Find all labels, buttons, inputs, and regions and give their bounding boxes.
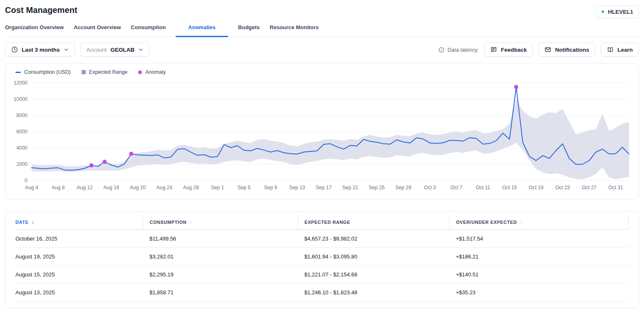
info-icon <box>438 47 445 53</box>
legend-label-anomaly: Anomaly <box>145 69 166 75</box>
anomaly-point[interactable] <box>90 163 94 168</box>
cell-over-under: +$140.51 <box>449 266 629 283</box>
x-axis-tick: Oct 27 <box>582 185 597 191</box>
y-axis-tick: 4000 <box>16 145 27 151</box>
line-marker-icon <box>15 72 21 73</box>
column-label: DATE <box>15 220 28 225</box>
x-axis-tick: Sep 13 <box>289 185 305 191</box>
cell-date: August 19, 2025 <box>15 248 143 266</box>
account-context-badge[interactable]: HLEVEL1 <box>596 5 639 18</box>
x-axis-tick: Sep 9 <box>264 185 277 191</box>
x-axis-tick: Sep 29 <box>395 185 411 191</box>
tab-budgets[interactable]: Budgets <box>238 22 260 37</box>
tab-bar: Organization Overview Account Overview C… <box>5 22 639 37</box>
chevron-down-icon <box>64 47 69 52</box>
x-axis-tick: Oct 31 <box>608 185 623 191</box>
time-range-value: Last 3 months <box>22 47 60 53</box>
learn-button[interactable]: Learn <box>601 43 639 57</box>
band-marker-icon <box>82 70 86 74</box>
cell-consumption: $3,282.01 <box>143 248 298 266</box>
x-axis-tick: Oct 19 <box>529 185 544 191</box>
tab-resource-monitors[interactable]: Resource Monitors <box>270 22 319 37</box>
legend-label-consumption: Consumption (USD) <box>24 69 71 75</box>
tab-account-overview[interactable]: Account Overview <box>74 22 121 37</box>
tab-consumption[interactable]: Consumption <box>131 22 166 37</box>
y-axis-tick: 0 <box>25 178 27 183</box>
column-label: OVER/UNDER EXPECTED <box>456 220 517 225</box>
legend-item-expected-range: Expected Range <box>82 69 127 75</box>
account-dropdown[interactable]: Account GEOLAB <box>80 43 150 57</box>
x-axis-tick: Sep 1 <box>211 185 224 191</box>
cell-expected-range: $1,601.94 - $3,095.80 <box>298 248 449 266</box>
column-label: CONSUMPTION <box>150 220 187 225</box>
x-axis-tick: Oct 23 <box>555 185 570 191</box>
x-axis-tick: Aug 12 <box>77 185 93 191</box>
anomaly-point[interactable] <box>102 160 107 164</box>
toolbar-actions: Data latency Feedback Notifications Lear… <box>438 43 639 57</box>
x-axis-tick: Sep 25 <box>369 185 385 191</box>
expected-range-band <box>32 99 629 179</box>
table-header-row: DATE↓ CONSUMPTION↑ EXPECTED RANGE OVER/U… <box>15 214 629 230</box>
x-axis-tick: Aug 8 <box>52 185 65 191</box>
data-latency-indicator[interactable]: Data latency <box>438 47 477 53</box>
feedback-button[interactable]: Feedback <box>484 43 533 57</box>
clock-icon <box>11 46 18 53</box>
notifications-button[interactable]: Notifications <box>538 43 595 57</box>
chevron-down-icon <box>138 47 143 52</box>
y-axis-tick: 2000 <box>16 161 27 167</box>
learn-label: Learn <box>617 47 633 53</box>
column-header-consumption[interactable]: CONSUMPTION↑ <box>143 214 298 230</box>
account-dropdown-value: GEOLAB <box>110 47 134 53</box>
anomalies-chart[interactable]: 020004000600080001000012000Aug 4Aug 8Aug… <box>5 77 639 196</box>
x-axis-tick: Sep 5 <box>238 185 251 191</box>
feedback-icon <box>490 46 497 53</box>
feedback-label: Feedback <box>501 47 527 53</box>
account-context-label: HLEVEL1 <box>608 9 633 15</box>
y-axis-tick: 10000 <box>14 96 28 102</box>
topbar: Cost Management HLEVEL1 <box>5 0 639 18</box>
table-row[interactable]: August 13, 2025 $1,858.71 $1,246.10 - $1… <box>15 283 629 301</box>
data-latency-label: Data latency <box>448 47 477 53</box>
column-header-date[interactable]: DATE↓ <box>15 214 143 230</box>
x-axis-tick: Sep 21 <box>342 185 358 191</box>
page-title: Cost Management <box>5 5 77 15</box>
cell-expected-range: $1,221.07 - $2,154.68 <box>298 266 449 283</box>
column-header-expected-range[interactable]: EXPECTED RANGE <box>298 214 449 230</box>
x-axis-tick: Aug 20 <box>130 185 146 191</box>
envelope-icon <box>545 46 551 53</box>
cell-consumption: $1,858.71 <box>143 283 298 301</box>
legend-item-consumption: Consumption (USD) <box>15 69 71 75</box>
anomalies-chart-card: Consumption (USD) Expected Range Anomaly… <box>5 63 639 200</box>
cell-consumption: $2,295.19 <box>143 266 298 283</box>
legend-label-expected-range: Expected Range <box>89 69 127 75</box>
table-row[interactable]: August 15, 2025 $2,295.19 $1,221.07 - $2… <box>15 266 629 283</box>
table-row[interactable]: August 19, 2025 $3,282.01 $1,601.94 - $3… <box>15 248 629 266</box>
time-range-dropdown[interactable]: Last 3 months <box>5 43 75 57</box>
column-header-over-under[interactable]: OVER/UNDER EXPECTED↑ <box>449 214 629 230</box>
cell-date: October 16, 2025 <box>15 230 143 248</box>
x-axis-tick: Aug 4 <box>25 185 38 191</box>
account-dropdown-label: Account <box>87 47 107 53</box>
filter-toolbar: Last 3 months Account GEOLAB Data latenc… <box>5 43 639 57</box>
cell-over-under: +$1,517.54 <box>449 230 629 248</box>
sort-desc-icon: ↓ <box>31 219 34 225</box>
x-axis-tick: Sep 17 <box>316 185 332 191</box>
anomaly-point[interactable] <box>514 85 518 89</box>
legend-item-anomaly: Anomaly <box>138 69 166 75</box>
anomalies-table: DATE↓ CONSUMPTION↑ EXPECTED RANGE OVER/U… <box>15 214 629 301</box>
tab-anomalies[interactable]: Anomalies <box>176 22 228 37</box>
x-axis-tick: Oct 11 <box>476 185 490 191</box>
chart-area: 020004000600080001000012000Aug 4Aug 8Aug… <box>5 77 639 198</box>
table-row[interactable]: October 16, 2025 $11,499.56 $4,657.23 - … <box>15 230 629 248</box>
tab-organization-overview[interactable]: Organization Overview <box>5 22 64 37</box>
cell-over-under: +$186.21 <box>449 248 629 266</box>
cell-expected-range: $1,246.10 - $1,823.48 <box>298 283 449 301</box>
cell-date: August 15, 2025 <box>15 266 143 283</box>
anomaly-point[interactable] <box>129 152 133 156</box>
y-axis-tick: 12000 <box>14 80 28 86</box>
cell-consumption: $11,499.56 <box>143 230 298 248</box>
x-axis-tick: Aug 16 <box>103 185 119 191</box>
x-axis-tick: Oct 15 <box>502 185 517 191</box>
cell-over-under: +$35.23 <box>449 283 629 301</box>
anomaly-marker-icon <box>138 70 142 74</box>
